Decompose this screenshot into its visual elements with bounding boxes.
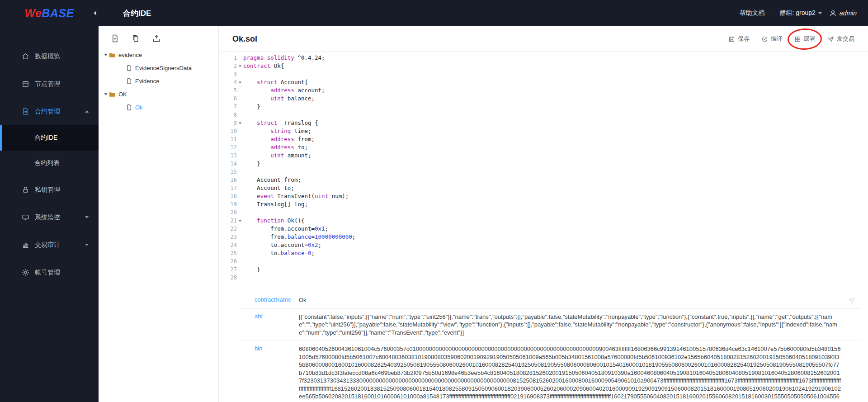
tree-file-evidence[interactable]: Evidence bbox=[99, 75, 218, 88]
tree-folder-ok[interactable]: OK bbox=[99, 88, 218, 101]
open-file-title: Ok.sol bbox=[232, 34, 257, 44]
code-line[interactable]: 3 bbox=[219, 70, 868, 78]
save-label: 保存 bbox=[738, 35, 750, 43]
fold-gutter bbox=[237, 184, 243, 192]
line-number: 26 bbox=[219, 257, 237, 265]
tree-expand-icon[interactable] bbox=[103, 93, 108, 95]
sidebar-item-system-monitor[interactable]: 系统监控 bbox=[0, 203, 99, 231]
code-line[interactable]: 5 address account; bbox=[219, 86, 868, 95]
chevron-up-icon bbox=[85, 110, 89, 113]
fold-gutter bbox=[237, 192, 243, 200]
upload-icon[interactable] bbox=[152, 34, 161, 43]
code-line[interactable]: 18 event TransEvent(uint num); bbox=[219, 192, 868, 200]
line-number: 27 bbox=[219, 265, 237, 274]
code-line[interactable]: 8 bbox=[219, 111, 868, 119]
fold-toggle-icon[interactable] bbox=[237, 217, 243, 225]
fold-gutter bbox=[237, 225, 243, 233]
fold-toggle-icon[interactable] bbox=[237, 62, 243, 70]
sidebar-item-data-overview[interactable]: 数据概览 bbox=[0, 43, 99, 70]
code-line[interactable]: 27 } bbox=[219, 265, 868, 274]
copy-file-icon[interactable] bbox=[131, 34, 140, 43]
fold-gutter bbox=[237, 200, 243, 208]
sidebar-item-contract-ide[interactable]: 合约IDE bbox=[0, 125, 99, 151]
deploy-label: 部署 bbox=[804, 35, 816, 43]
compile-icon bbox=[761, 36, 768, 43]
code-line[interactable]: 22 from.account=0x1; bbox=[219, 225, 868, 233]
fold-toggle-icon[interactable] bbox=[237, 78, 243, 86]
deploy-button[interactable]: 部署 bbox=[794, 35, 816, 43]
node-icon bbox=[22, 80, 29, 88]
save-button[interactable]: 保存 bbox=[728, 35, 750, 43]
logo-base: BASE bbox=[42, 7, 74, 20]
code-line[interactable]: 24 to.account=0x2; bbox=[219, 241, 868, 249]
code-line[interactable]: 12 address to; bbox=[219, 143, 868, 151]
compile-button[interactable]: 编译 bbox=[761, 35, 783, 43]
code-line[interactable]: 21 function Ok(){ bbox=[219, 217, 868, 225]
file-icon bbox=[126, 104, 132, 111]
line-number: 12 bbox=[219, 143, 237, 151]
user-menu[interactable]: admin bbox=[829, 9, 857, 17]
sidebar-collapse-icon[interactable] bbox=[94, 11, 96, 15]
tree-file-evidencesignersdata[interactable]: EvidenceSignersData bbox=[99, 61, 218, 75]
tree-folder-evidence[interactable]: evidence bbox=[99, 48, 218, 61]
sidebar-item-label: 数据概览 bbox=[35, 52, 60, 61]
help-doc-link[interactable]: 帮助文档 bbox=[739, 9, 764, 17]
code-line[interactable]: 9 struct Translog { bbox=[219, 119, 868, 127]
fold-gutter bbox=[237, 127, 243, 135]
code-text: } bbox=[243, 160, 260, 168]
sidebar-item-private-key[interactable]: 私钥管理 bbox=[0, 176, 99, 203]
group-selector[interactable]: 群组: group2 bbox=[779, 9, 821, 17]
sidebar-item-node-mgmt[interactable]: 节点管理 bbox=[0, 70, 99, 98]
line-number: 22 bbox=[219, 225, 237, 233]
file-icon bbox=[126, 65, 132, 71]
sidebar-item-tx-audit[interactable]: 交易审计 bbox=[0, 231, 99, 259]
code-text: event TransEvent(uint num); bbox=[243, 192, 349, 200]
code-line[interactable]: 4 struct Account{ bbox=[219, 78, 868, 86]
code-text: address from; bbox=[243, 135, 315, 143]
line-number: 3 bbox=[219, 70, 237, 78]
code-line[interactable]: 14 } bbox=[219, 160, 868, 168]
code-line[interactable]: 2contract Ok{ bbox=[219, 62, 868, 70]
code-line[interactable]: 20 bbox=[219, 208, 868, 217]
code-line[interactable]: 16 Account from; bbox=[219, 176, 868, 184]
fold-gutter bbox=[237, 168, 243, 176]
code-line[interactable]: 26 bbox=[219, 257, 868, 265]
text-cursor bbox=[257, 169, 257, 175]
tree-expand-icon[interactable] bbox=[103, 54, 108, 56]
fold-gutter bbox=[237, 111, 243, 119]
code-line[interactable]: 17 Account to; bbox=[219, 184, 868, 192]
code-line[interactable]: 23 from.balance=10000000000; bbox=[219, 233, 868, 241]
chart-icon bbox=[22, 241, 29, 249]
code-line[interactable]: 15 bbox=[219, 168, 868, 176]
fold-gutter bbox=[237, 103, 243, 111]
code-line[interactable]: 10 string time; bbox=[219, 127, 868, 135]
code-line[interactable]: 11 address from; bbox=[219, 135, 868, 143]
tree-file-ok[interactable]: Ok bbox=[99, 101, 218, 114]
code-editor[interactable]: 1pragma solidity ^0.4.24;2contract Ok{34… bbox=[219, 52, 868, 287]
logo[interactable]: WeBASE bbox=[0, 0, 99, 26]
new-file-icon[interactable] bbox=[110, 34, 119, 43]
output-send-icon[interactable] bbox=[848, 297, 855, 306]
monitor-icon bbox=[22, 213, 29, 221]
code-line[interactable]: 28 bbox=[219, 274, 868, 282]
line-number: 16 bbox=[219, 176, 237, 184]
code-line[interactable]: 6 uint balance; bbox=[219, 95, 868, 103]
output-label: abi bbox=[241, 313, 299, 337]
code-line[interactable]: 19 Translog[] log; bbox=[219, 200, 868, 208]
code-line[interactable]: 7 } bbox=[219, 103, 868, 111]
code-text: address to; bbox=[243, 143, 308, 151]
output-value: Ok bbox=[299, 296, 861, 304]
sidebar-item-account-mgmt[interactable]: 帐号管理 bbox=[0, 259, 99, 286]
sidebar-item-contract-list[interactable]: 合约列表 bbox=[0, 151, 99, 176]
send-transaction-button[interactable]: 发交易 bbox=[827, 35, 854, 43]
fold-gutter bbox=[237, 151, 243, 160]
code-text: string time; bbox=[243, 127, 311, 135]
code-line[interactable]: 13 uint amount; bbox=[219, 151, 868, 160]
fold-gutter bbox=[237, 70, 243, 78]
code-line[interactable]: 1pragma solidity ^0.4.24; bbox=[219, 54, 868, 62]
line-number: 28 bbox=[219, 274, 237, 282]
fold-toggle-icon[interactable] bbox=[237, 119, 243, 127]
fold-gutter bbox=[237, 257, 243, 265]
code-line[interactable]: 25 to.balance=0; bbox=[219, 249, 868, 257]
sidebar-item-contract-mgmt[interactable]: 合约管理 bbox=[0, 98, 99, 125]
